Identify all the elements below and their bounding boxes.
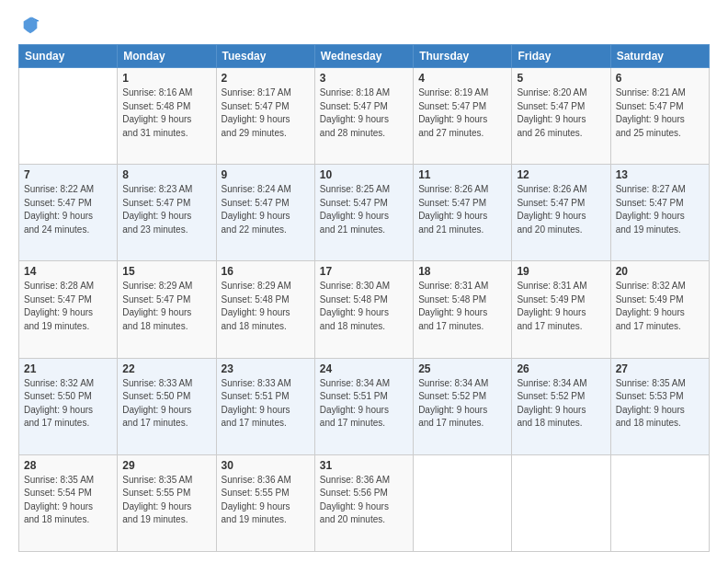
day-number: 29 — [122, 459, 210, 472]
calendar-cell: 27Sunrise: 8:35 AMSunset: 5:53 PMDayligh… — [610, 358, 709, 454]
logo — [18, 18, 40, 35]
day-number: 10 — [320, 168, 408, 181]
day-info: Sunrise: 8:23 AMSunset: 5:47 PMDaylight:… — [122, 183, 210, 236]
calendar-cell: 4Sunrise: 8:19 AMSunset: 5:47 PMDaylight… — [414, 68, 512, 165]
calendar-cell: 1Sunrise: 8:16 AMSunset: 5:48 PMDaylight… — [118, 68, 216, 165]
day-info: Sunrise: 8:35 AMSunset: 5:55 PMDaylight:… — [122, 474, 210, 527]
weekday-header: Friday — [512, 45, 610, 68]
day-number: 5 — [517, 72, 605, 85]
day-number: 4 — [418, 72, 506, 85]
day-number: 2 — [222, 72, 310, 85]
calendar-cell: 15Sunrise: 8:29 AMSunset: 5:47 PMDayligh… — [118, 261, 216, 358]
day-number: 9 — [222, 168, 310, 181]
calendar-cell: 14Sunrise: 8:28 AMSunset: 5:47 PMDayligh… — [19, 261, 118, 358]
day-info: Sunrise: 8:32 AMSunset: 5:50 PMDaylight:… — [24, 377, 112, 431]
day-info: Sunrise: 8:21 AMSunset: 5:47 PMDaylight:… — [616, 86, 704, 140]
day-number: 12 — [517, 168, 605, 181]
day-info: Sunrise: 8:36 AMSunset: 5:56 PMDaylight:… — [320, 474, 408, 527]
day-number: 23 — [222, 362, 310, 375]
day-info: Sunrise: 8:25 AMSunset: 5:47 PMDaylight:… — [320, 183, 408, 236]
calendar-cell: 22Sunrise: 8:33 AMSunset: 5:50 PMDayligh… — [118, 358, 216, 454]
calendar-table: SundayMondayTuesdayWednesdayThursdayFrid… — [18, 44, 710, 552]
calendar-cell — [512, 454, 610, 551]
day-info: Sunrise: 8:19 AMSunset: 5:47 PMDaylight:… — [418, 86, 506, 140]
calendar-cell: 7Sunrise: 8:22 AMSunset: 5:47 PMDaylight… — [19, 165, 118, 261]
calendar-cell: 9Sunrise: 8:24 AMSunset: 5:47 PMDaylight… — [216, 165, 314, 261]
day-info: Sunrise: 8:34 AMSunset: 5:52 PMDaylight:… — [418, 377, 506, 431]
day-number: 1 — [122, 72, 210, 85]
day-number: 6 — [616, 72, 704, 85]
day-info: Sunrise: 8:26 AMSunset: 5:47 PMDaylight:… — [418, 183, 506, 236]
calendar-cell: 23Sunrise: 8:33 AMSunset: 5:51 PMDayligh… — [216, 358, 314, 454]
day-number: 20 — [616, 265, 704, 278]
calendar-week-row: 14Sunrise: 8:28 AMSunset: 5:47 PMDayligh… — [19, 261, 710, 358]
calendar-cell: 8Sunrise: 8:23 AMSunset: 5:47 PMDaylight… — [118, 165, 216, 261]
day-number: 19 — [517, 265, 605, 278]
day-number: 28 — [24, 459, 112, 472]
calendar-cell: 19Sunrise: 8:31 AMSunset: 5:49 PMDayligh… — [512, 261, 610, 358]
calendar-cell: 26Sunrise: 8:34 AMSunset: 5:52 PMDayligh… — [512, 358, 610, 454]
calendar-cell — [19, 68, 118, 165]
calendar-cell: 20Sunrise: 8:32 AMSunset: 5:49 PMDayligh… — [610, 261, 709, 358]
day-number: 15 — [122, 265, 210, 278]
day-info: Sunrise: 8:28 AMSunset: 5:47 PMDaylight:… — [24, 280, 112, 333]
day-number: 25 — [418, 362, 506, 375]
calendar-cell: 24Sunrise: 8:34 AMSunset: 5:51 PMDayligh… — [314, 358, 413, 454]
weekday-header: Saturday — [610, 45, 709, 68]
day-number: 3 — [320, 72, 408, 85]
day-number: 14 — [24, 265, 112, 278]
day-info: Sunrise: 8:17 AMSunset: 5:47 PMDaylight:… — [222, 86, 310, 140]
calendar-cell: 11Sunrise: 8:26 AMSunset: 5:47 PMDayligh… — [414, 165, 512, 261]
calendar-cell: 25Sunrise: 8:34 AMSunset: 5:52 PMDayligh… — [414, 358, 512, 454]
day-info: Sunrise: 8:29 AMSunset: 5:47 PMDaylight:… — [122, 280, 210, 333]
calendar-week-row: 7Sunrise: 8:22 AMSunset: 5:47 PMDaylight… — [19, 165, 710, 261]
weekday-header: Wednesday — [314, 45, 413, 68]
header — [18, 15, 710, 35]
day-number: 31 — [320, 459, 408, 472]
day-info: Sunrise: 8:31 AMSunset: 5:49 PMDaylight:… — [517, 280, 605, 333]
calendar-cell: 28Sunrise: 8:35 AMSunset: 5:54 PMDayligh… — [19, 454, 118, 551]
calendar-cell: 5Sunrise: 8:20 AMSunset: 5:47 PMDaylight… — [512, 68, 610, 165]
weekday-header: Sunday — [19, 45, 118, 68]
day-number: 22 — [122, 362, 210, 375]
day-number: 7 — [24, 168, 112, 181]
day-number: 16 — [222, 265, 310, 278]
day-number: 11 — [418, 168, 506, 181]
day-number: 26 — [517, 362, 605, 375]
weekday-header: Monday — [118, 45, 216, 68]
calendar-cell: 17Sunrise: 8:30 AMSunset: 5:48 PMDayligh… — [314, 261, 413, 358]
day-number: 27 — [616, 362, 704, 375]
header-row: SundayMondayTuesdayWednesdayThursdayFrid… — [19, 45, 710, 68]
calendar-cell: 16Sunrise: 8:29 AMSunset: 5:48 PMDayligh… — [216, 261, 314, 358]
weekday-header: Thursday — [414, 45, 512, 68]
calendar-cell: 13Sunrise: 8:27 AMSunset: 5:47 PMDayligh… — [610, 165, 709, 261]
day-info: Sunrise: 8:33 AMSunset: 5:50 PMDaylight:… — [122, 377, 210, 431]
calendar-week-row: 21Sunrise: 8:32 AMSunset: 5:50 PMDayligh… — [19, 358, 710, 454]
calendar-cell — [414, 454, 512, 551]
day-info: Sunrise: 8:34 AMSunset: 5:52 PMDaylight:… — [517, 377, 605, 431]
day-info: Sunrise: 8:35 AMSunset: 5:54 PMDaylight:… — [24, 474, 112, 527]
calendar-week-row: 28Sunrise: 8:35 AMSunset: 5:54 PMDayligh… — [19, 454, 710, 551]
day-number: 13 — [616, 168, 704, 181]
day-info: Sunrise: 8:36 AMSunset: 5:55 PMDaylight:… — [222, 474, 310, 527]
day-info: Sunrise: 8:20 AMSunset: 5:47 PMDaylight:… — [517, 86, 605, 140]
day-info: Sunrise: 8:32 AMSunset: 5:49 PMDaylight:… — [616, 280, 704, 333]
day-info: Sunrise: 8:34 AMSunset: 5:51 PMDaylight:… — [320, 377, 408, 431]
day-info: Sunrise: 8:35 AMSunset: 5:53 PMDaylight:… — [616, 377, 704, 431]
day-info: Sunrise: 8:16 AMSunset: 5:48 PMDaylight:… — [122, 86, 210, 140]
day-number: 8 — [122, 168, 210, 181]
day-info: Sunrise: 8:24 AMSunset: 5:47 PMDaylight:… — [222, 183, 310, 236]
calendar-cell: 18Sunrise: 8:31 AMSunset: 5:48 PMDayligh… — [414, 261, 512, 358]
day-number: 18 — [418, 265, 506, 278]
calendar-cell: 31Sunrise: 8:36 AMSunset: 5:56 PMDayligh… — [314, 454, 413, 551]
day-info: Sunrise: 8:18 AMSunset: 5:47 PMDaylight:… — [320, 86, 408, 140]
calendar-cell: 12Sunrise: 8:26 AMSunset: 5:47 PMDayligh… — [512, 165, 610, 261]
weekday-header: Tuesday — [216, 45, 314, 68]
calendar-cell: 29Sunrise: 8:35 AMSunset: 5:55 PMDayligh… — [118, 454, 216, 551]
day-number: 17 — [320, 265, 408, 278]
page: SundayMondayTuesdayWednesdayThursdayFrid… — [0, 0, 728, 563]
calendar-cell: 3Sunrise: 8:18 AMSunset: 5:47 PMDaylight… — [314, 68, 413, 165]
calendar-cell — [610, 454, 709, 551]
day-number: 30 — [222, 459, 310, 472]
logo-icon — [20, 15, 40, 35]
